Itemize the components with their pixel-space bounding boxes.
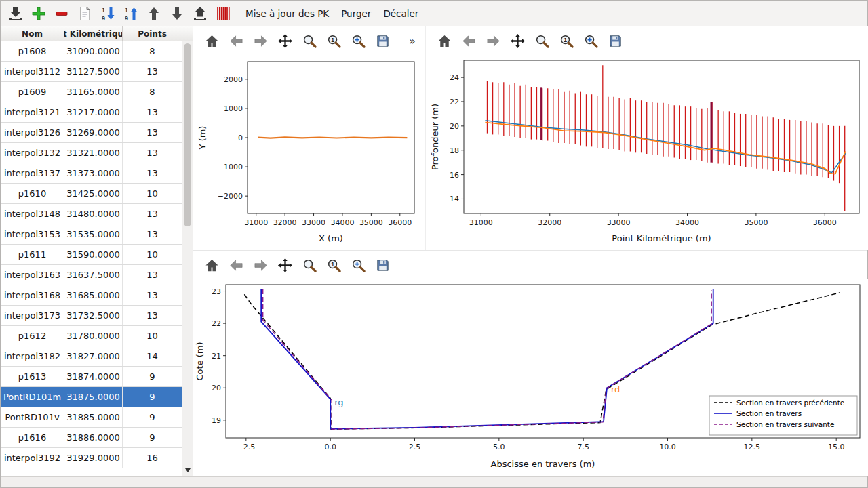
toolbar-overflow-chevron[interactable]: » — [409, 35, 416, 47]
add-icon — [31, 5, 47, 22]
save-figure-button[interactable] — [606, 32, 625, 50]
row-name: interpol3112 — [1, 62, 64, 81]
document-button[interactable] — [74, 3, 96, 24]
table-row[interactable]: p161131590.000010 — [1, 245, 182, 265]
table-row[interactable]: interpol312131217.000013 — [1, 102, 182, 123]
sort-ascending-button[interactable]: 19 — [120, 3, 142, 24]
back-button[interactable] — [227, 32, 245, 50]
table-row[interactable]: PontRD101v31885.00009 — [1, 407, 182, 428]
y-axis-label: Cote (m) — [195, 342, 205, 380]
menu-item-purger[interactable]: Purger — [335, 8, 377, 19]
table-row[interactable]: p161031425.000010 — [1, 184, 182, 204]
forward-icon — [253, 258, 269, 273]
zoom-rect-button[interactable] — [582, 32, 600, 50]
zoom-button[interactable] — [533, 32, 551, 50]
legend-label: Section en travers — [736, 409, 802, 418]
table-row[interactable]: interpol313731373.000013 — [1, 163, 182, 184]
table-row[interactable]: interpol313231321.000013 — [1, 143, 182, 163]
cross-section-plot-toolbar: 1 — [193, 251, 867, 279]
zoom-rect-button[interactable] — [349, 32, 368, 50]
table-row[interactable]: interpol317331732.500013 — [1, 306, 182, 326]
row-name: interpol3168 — [1, 285, 64, 305]
column-header-pk[interactable]: t Kilométriqu — [64, 26, 123, 41]
column-header-nom[interactable]: Nom — [1, 26, 64, 41]
pan-button[interactable] — [276, 32, 294, 50]
row-points: 10 — [123, 326, 182, 346]
pan-icon — [277, 33, 293, 49]
pan-button[interactable] — [509, 32, 527, 50]
pan-icon — [510, 33, 526, 49]
row-points: 9 — [123, 387, 182, 407]
scrollbar-down-button[interactable] — [182, 466, 193, 475]
row-pk: 31780.0000 — [64, 326, 123, 346]
add-section-button[interactable] — [28, 3, 50, 24]
table-row[interactable]: p161231780.000010 — [1, 326, 182, 346]
sections-button[interactable] — [212, 3, 234, 24]
table-row[interactable]: p160931165.00008 — [1, 82, 182, 102]
import-button[interactable] — [5, 3, 26, 24]
y-tick-label: 19 — [212, 416, 221, 425]
save-figure-button[interactable] — [374, 256, 392, 274]
svg-text:9: 9 — [125, 15, 128, 22]
zoom-one-button[interactable]: 1 — [557, 32, 576, 50]
plan-chart-canvas[interactable]: 310003200033000340003500036000−2000−1000… — [193, 55, 422, 250]
forward-icon — [486, 33, 501, 49]
application-window: 1919 Mise à jour des PKPurgerDécaler Nom… — [0, 0, 868, 488]
row-name: p1608 — [1, 41, 64, 61]
row-name: interpol3121 — [1, 102, 64, 122]
scrollbar-thumb[interactable] — [184, 43, 191, 226]
home-button[interactable] — [203, 32, 221, 50]
move-down-button[interactable] — [166, 3, 188, 24]
table-row[interactable]: interpol311231127.500013 — [1, 62, 182, 82]
svg-text:1: 1 — [125, 7, 128, 14]
table-row[interactable]: interpol319231929.000016 — [1, 448, 182, 468]
back-button[interactable] — [227, 256, 245, 274]
zoom-button[interactable] — [300, 32, 319, 50]
cross-section-chart-canvas[interactable]: −2.50.02.55.07.510.012.515.01920212223Ab… — [193, 279, 868, 476]
zoom-rect-button[interactable] — [349, 256, 368, 274]
y-tick-label: 24 — [450, 73, 459, 82]
export-button[interactable] — [189, 3, 211, 24]
column-header-points[interactable]: Points — [123, 26, 182, 41]
status-bar — [1, 476, 867, 487]
home-button[interactable] — [435, 32, 454, 50]
forward-button[interactable] — [252, 256, 270, 274]
sort-descending-button[interactable]: 19 — [97, 3, 119, 24]
table-row[interactable]: p161331874.00009 — [1, 367, 182, 387]
svg-text:9: 9 — [102, 15, 105, 22]
remove-section-button[interactable] — [51, 3, 73, 24]
plot-area — [464, 60, 859, 214]
pan-button[interactable] — [276, 256, 294, 274]
forward-button[interactable] — [252, 32, 270, 50]
row-name: interpol3192 — [1, 448, 64, 468]
table-row[interactable]: interpol312631269.000013 — [1, 123, 182, 143]
table-row[interactable]: interpol316331637.500013 — [1, 265, 182, 285]
row-name: interpol3126 — [1, 123, 64, 142]
x-tick-label: 7.5 — [577, 443, 589, 451]
row-pk: 31425.0000 — [64, 184, 123, 203]
table-row[interactable]: PontRD101m31875.00009 — [1, 387, 182, 407]
row-points: 8 — [123, 82, 182, 102]
table-row[interactable]: interpol316831685.000013 — [1, 285, 182, 306]
move-up-button[interactable] — [143, 3, 165, 24]
menu-item-mise-jour-des-pk[interactable]: Mise à jour des PK — [239, 8, 335, 19]
table-row[interactable]: p161631886.00009 — [1, 428, 182, 448]
zoom-button[interactable] — [300, 256, 319, 274]
home-button[interactable] — [203, 256, 221, 274]
forward-button[interactable] — [484, 32, 502, 50]
row-pk: 31217.0000 — [64, 102, 123, 122]
table-row[interactable]: p160831090.00008 — [1, 41, 182, 62]
menu-item-d-caler[interactable]: Décaler — [377, 8, 425, 19]
row-name: interpol3153 — [1, 224, 64, 244]
profile-chart-canvas[interactable]: 3100032000330003400035000360001416182022… — [426, 55, 868, 250]
row-name: p1613 — [1, 367, 64, 386]
row-pk: 31373.0000 — [64, 163, 123, 183]
zoom-one-button[interactable]: 1 — [325, 256, 343, 274]
table-row[interactable]: interpol315331535.000013 — [1, 224, 182, 245]
zoom-one-button[interactable]: 1 — [325, 32, 343, 50]
table-row[interactable]: interpol318231827.000014 — [1, 346, 182, 367]
back-button[interactable] — [460, 32, 478, 50]
table-scrollbar[interactable] — [182, 41, 193, 476]
table-row[interactable]: interpol314831480.000013 — [1, 204, 182, 224]
save-figure-button[interactable] — [374, 32, 392, 50]
